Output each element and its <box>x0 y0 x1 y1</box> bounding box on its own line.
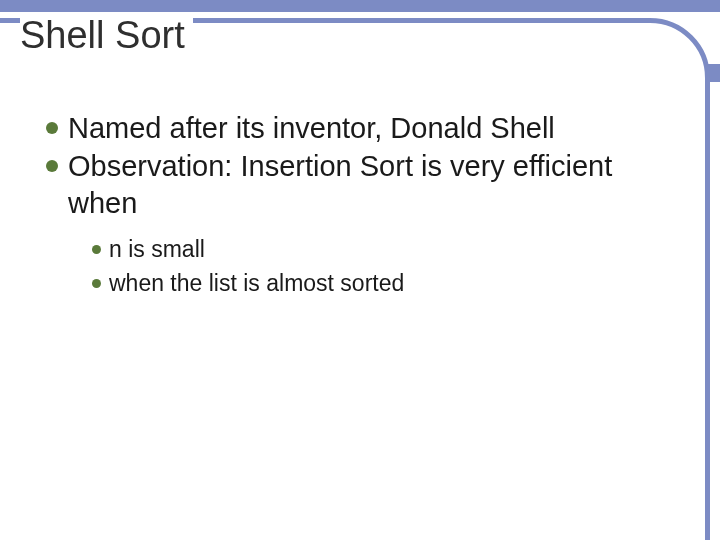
bullet-item: Named after its inventor, Donald Shell <box>46 110 680 146</box>
slide-content: Named after its inventor, Donald Shell O… <box>46 110 680 303</box>
bullet-text: Named after its inventor, Donald Shell <box>68 110 555 146</box>
slide-frame: Shell Sort Named after its inventor, Don… <box>0 0 720 540</box>
sub-bullet-item: n is small <box>92 235 680 265</box>
sub-bullet-list: n is small when the list is almost sorte… <box>92 235 680 299</box>
sub-bullet-text: n is small <box>109 235 205 265</box>
bullet-dot-icon <box>46 160 58 172</box>
bullet-dot-icon <box>46 122 58 134</box>
top-accent-bar <box>0 0 720 12</box>
bullet-dot-icon <box>92 245 101 254</box>
sub-bullet-item: when the list is almost sorted <box>92 269 680 299</box>
bullet-item: Observation: Insertion Sort is very effi… <box>46 148 680 221</box>
bullet-dot-icon <box>92 279 101 288</box>
bullet-text: Observation: Insertion Sort is very effi… <box>68 148 680 221</box>
slide-title: Shell Sort <box>20 14 193 57</box>
sub-bullet-text: when the list is almost sorted <box>109 269 404 299</box>
